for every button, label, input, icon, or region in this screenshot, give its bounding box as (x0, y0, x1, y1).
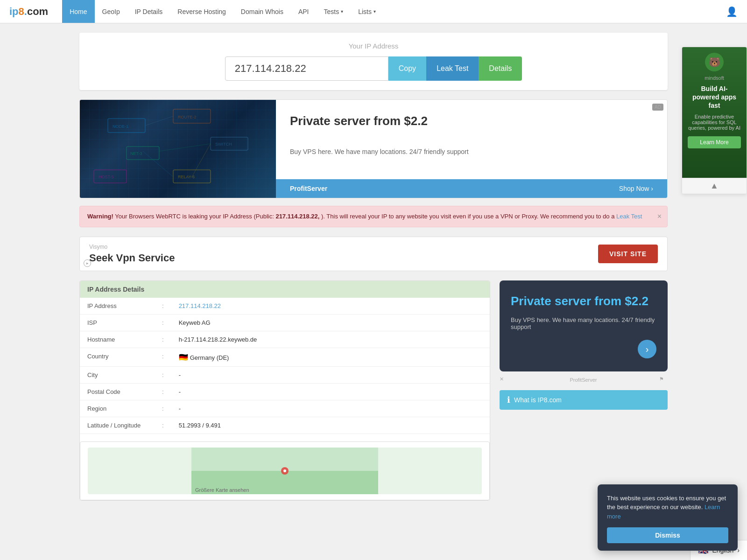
logo-eight: 8 (19, 6, 24, 17)
nav-links: Home GeoIp IP Details Reverse Hosting Do… (62, 0, 383, 23)
svg-text:SWITCH: SWITCH (215, 142, 232, 147)
warning-close-icon[interactable]: × (657, 211, 662, 222)
circuit-decoration: NODE-1 ROUTE-2 NET-3 SWITCH HOST-5 RELAY… (80, 100, 276, 198)
ip-details-table: IP Address : 217.114.218.22 ISP : Keyweb… (80, 298, 490, 434)
lists-dropdown-icon: ▾ (374, 9, 376, 14)
seek-ad-brand: Visymo (89, 244, 175, 250)
svg-text:RELAY-6: RELAY-6 (178, 175, 195, 179)
seek-ad-title: Seek Vpn Service (89, 252, 175, 264)
cookie-notice: This website uses cookies to ensure you … (598, 484, 738, 510)
country-flag: 🇩🇪 (179, 353, 188, 361)
ad-brand-label: ProfitServer (570, 377, 597, 383)
server-ad-dark: Private server from $2.2 Buy VPS here. W… (500, 280, 668, 372)
field-isp-value: Keyweb AG (171, 314, 490, 331)
ad-banner: NODE-1 ROUTE-2 NET-3 SWITCH HOST-5 RELAY… (79, 99, 668, 198)
warning-leak-link[interactable]: Leak Test (616, 213, 642, 220)
details-button[interactable]: Details (479, 56, 522, 81)
right-ad-section: Private server from $2.2 Buy VPS here. W… (500, 280, 668, 410)
warning-box: Warning! Your Browsers WebRTC is leaking… (79, 206, 668, 227)
server-ad-title: Private server from $2.2 (511, 294, 656, 309)
field-postal-label: Postal Code (80, 383, 155, 400)
nav-home[interactable]: Home (62, 0, 94, 23)
cookie-message: This website uses cookies to ensure you … (607, 494, 728, 510)
field-city-value: - (171, 366, 490, 383)
nav-reverse-hosting[interactable]: Reverse Hosting (170, 0, 233, 23)
user-icon[interactable]: 👤 (726, 6, 738, 17)
side-ad-scroll-btn[interactable]: ▲ (682, 178, 747, 194)
seek-ad-label[interactable]: ▸ (84, 259, 91, 267)
svg-text:ROUTE-2: ROUTE-2 (178, 115, 197, 119)
svg-text:HOST-5: HOST-5 (99, 175, 114, 179)
field-latlng-label: Latitude / Longitude (80, 417, 155, 434)
nav-domain-whois[interactable]: Domain Whois (233, 0, 291, 23)
ip-address-field[interactable] (225, 56, 388, 81)
logo-ip: ip (9, 6, 19, 17)
ad-banner-title: Private server from $2.2 (290, 114, 653, 128)
table-row: City : - (80, 366, 490, 383)
nav-geoip[interactable]: GeoIp (95, 0, 127, 23)
server-ad-arrow-btn[interactable]: › (638, 340, 656, 358)
ad-badge: AD (652, 104, 663, 111)
leak-test-button[interactable]: Leak Test (426, 56, 479, 81)
svg-line-12 (145, 116, 173, 126)
ip-action-row: Copy Leak Test Details (89, 56, 658, 81)
svg-text:NODE-1: NODE-1 (113, 124, 128, 129)
field-isp-label: ISP (80, 314, 155, 331)
map-preview: Größere Karte ansehen (88, 448, 482, 494)
tests-dropdown-icon: ▾ (341, 9, 343, 14)
field-hostname-label: Hostname (80, 331, 155, 348)
nav-api[interactable]: API (291, 0, 317, 23)
navbar: ip8.com Home GeoIp IP Details Reverse Ho… (0, 0, 747, 23)
svg-line-15 (192, 144, 211, 177)
table-row: IP Address : 217.114.218.22 (80, 298, 490, 315)
ip-details-card: IP Address Details IP Address : 217.114.… (79, 280, 490, 501)
side-ad-cta-button[interactable]: Learn More (688, 136, 741, 148)
seek-vpn-ad: Visymo Seek Vpn Service VISIT SITE ▸ (79, 237, 668, 271)
side-ad-logo: 🐻 (705, 53, 724, 71)
copy-button[interactable]: Copy (388, 56, 426, 81)
ip-card: Your IP Address Copy Leak Test Details (79, 33, 668, 90)
table-row: Hostname : h-217.114.218.22.keyweb.de (80, 331, 490, 348)
page-layout: Your IP Address Copy Leak Test Details N… (0, 23, 747, 510)
seek-ad-info: Visymo Seek Vpn Service (89, 244, 175, 264)
field-latlng-value: 51.2993 / 9.491 (171, 417, 490, 434)
side-ad-inner: 🐻 mindsoft Build AI-powered apps fast En… (682, 47, 747, 178)
table-row: Country : 🇩🇪Germany (DE) (80, 348, 490, 366)
ad-banner-cta[interactable]: Shop Now › (619, 185, 653, 192)
svg-point-20 (283, 469, 286, 472)
seek-visit-button[interactable]: VISIT SITE (598, 245, 658, 263)
field-country-value: 🇩🇪Germany (DE) (171, 348, 490, 366)
side-ad-brand: mindsoft (688, 75, 741, 81)
svg-line-14 (159, 144, 211, 151)
ad-flag-icon[interactable]: ⚑ (659, 376, 664, 382)
logo-com: com (27, 6, 48, 17)
nav-ip-details[interactable]: IP Details (127, 0, 170, 23)
site-logo[interactable]: ip8.com (9, 6, 48, 18)
field-hostname-value: h-217.114.218.22.keyweb.de (171, 331, 490, 348)
map-section[interactable]: Größere Karte ansehen (80, 441, 490, 500)
field-city-label: City (80, 366, 155, 383)
details-row: IP Address Details IP Address : 217.114.… (79, 280, 668, 501)
warning-message2: ). This will reveal your IP to any websi… (321, 213, 616, 220)
table-row: Postal Code : - (80, 383, 490, 400)
field-region-label: Region (80, 400, 155, 417)
map-link-text[interactable]: Größere Karte ansehen (195, 487, 249, 493)
what-is-bar[interactable]: ℹ What is IP8.com (500, 390, 668, 410)
field-region-value: - (171, 400, 490, 417)
ad-banner-footer[interactable]: ProfitServer Shop Now › (276, 179, 667, 198)
warning-message: Your Browsers WebRTC is leaking your IP … (115, 213, 275, 220)
table-row: ISP : Keyweb AG (80, 314, 490, 331)
table-row: Region : - (80, 400, 490, 417)
ad-x-icon[interactable]: ✕ (500, 376, 504, 382)
side-ad: 🐻 mindsoft Build AI-powered apps fast En… (682, 47, 747, 194)
side-ad-subtitle: Enable predictive capabilities for SQL q… (688, 114, 741, 131)
ip-card-label: Your IP Address (89, 42, 658, 50)
nav-lists[interactable]: Lists ▾ (351, 0, 383, 23)
nav-tests[interactable]: Tests ▾ (316, 0, 351, 23)
main-content: Your IP Address Copy Leak Test Details N… (79, 23, 668, 510)
what-is-text: What is IP8.com (514, 396, 562, 404)
field-ip-value[interactable]: 217.114.218.22 (171, 298, 490, 315)
warning-prefix: Warning! (87, 213, 113, 220)
ad-banner-brand: ProfitServer (290, 185, 327, 192)
warning-ip: 217.114.218.22, (275, 213, 319, 220)
